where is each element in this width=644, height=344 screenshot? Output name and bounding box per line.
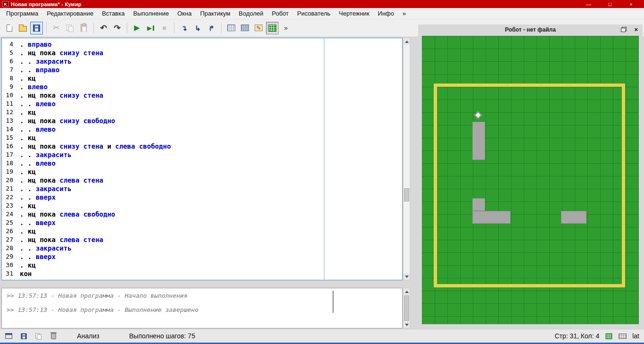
new-file-button[interactable]	[3, 22, 16, 34]
menu-item-11[interactable]: Инфо	[373, 8, 398, 18]
robot-field[interactable]	[422, 36, 639, 324]
menu-item-5[interactable]: Окна	[173, 8, 196, 18]
field-constructor-button[interactable]	[239, 22, 251, 34]
minimize-button[interactable]: —	[578, 0, 599, 8]
robot-window-button[interactable]	[266, 22, 279, 34]
field-window-button[interactable]	[225, 22, 238, 34]
save-log-icon[interactable]	[20, 331, 28, 341]
code-text: . нц пока снизу стена	[20, 91, 103, 100]
code-line: 24. нц пока слева свободно	[2, 210, 322, 218]
menubar: ПрограммаРедактированиеВставкаВыполнение…	[0, 8, 644, 19]
console-scroll-up-icon[interactable]	[404, 288, 410, 295]
code-text: . . вверх	[20, 193, 56, 201]
redo-button[interactable]: ↷	[111, 22, 124, 34]
code-text: кон	[20, 269, 32, 278]
console-scrollbar[interactable]	[403, 288, 410, 328]
code-text: . кц	[20, 227, 36, 235]
line-number: 27	[2, 235, 20, 244]
console-scroll-thumb[interactable]	[404, 295, 409, 321]
steps-counter: Выполнено шагов: 75	[129, 332, 195, 340]
toggle-console-icon[interactable]	[5, 331, 13, 341]
code-line: 26. кц	[2, 227, 322, 235]
menu-item-8[interactable]: Робот	[268, 8, 293, 18]
robot-panel-controls: ×	[621, 26, 638, 33]
panel-close-icon[interactable]: ×	[634, 26, 638, 33]
field-indicator-icon	[606, 333, 612, 339]
step-button[interactable]: ▶	[144, 22, 157, 34]
copy-button[interactable]	[64, 22, 76, 34]
code-line: 8. кц	[2, 74, 322, 83]
code-line: 31кон	[2, 269, 322, 278]
run-button[interactable]: ▶	[131, 22, 143, 34]
toggle-console-icon	[5, 333, 12, 339]
undock-icon[interactable]	[621, 27, 627, 32]
paste-button[interactable]	[77, 22, 90, 34]
code-text: . . вверх	[20, 218, 56, 227]
code-line: 29. . вверх	[2, 252, 322, 261]
menu-item-10[interactable]: Чертежник	[335, 8, 374, 18]
line-number: 5	[2, 49, 20, 57]
keyboard-icon[interactable]	[619, 334, 627, 339]
toolbar-overflow-button[interactable]: »	[280, 22, 292, 34]
clear-log-icon[interactable]	[50, 331, 58, 341]
content-area: ✂↶↷▶▶■↴↳↱✎» 4. вправо5. нц пока снизу ст…	[0, 19, 644, 329]
save-file-button[interactable]	[30, 22, 43, 34]
robot[interactable]	[474, 111, 482, 119]
menu-item-4[interactable]: Выполнение	[129, 8, 173, 18]
line-number: 7	[2, 66, 20, 74]
code-text: . нц пока снизу свободно	[20, 117, 115, 125]
stop-button[interactable]: ■	[158, 22, 171, 34]
menu-item-6[interactable]: Практикум	[196, 8, 234, 18]
menu-item-7[interactable]: Водолей	[234, 8, 267, 18]
code-editor[interactable]: 4. вправо5. нц пока снизу стена6. . закр…	[1, 38, 403, 280]
scroll-down-icon[interactable]	[404, 273, 410, 280]
editor-scrollbar[interactable]	[403, 38, 410, 280]
paste-icon	[81, 24, 87, 32]
line-number: 20	[2, 176, 20, 185]
menu-item-3[interactable]: Вставка	[98, 8, 129, 18]
line-number: 10	[2, 91, 20, 100]
line-number: 11	[2, 100, 20, 108]
code-line: 13. нц пока снизу свободно	[2, 117, 322, 125]
code-text: . нц пока снизу стена	[20, 49, 103, 57]
open-file-button[interactable]	[17, 22, 29, 34]
run-to-cursor-button[interactable]: ↴	[178, 22, 190, 34]
maximize-button[interactable]: □	[599, 0, 620, 8]
keyboard-layout-indicator[interactable]: lat	[632, 332, 639, 340]
line-number: 29	[2, 252, 20, 261]
copy-log-icon	[35, 333, 42, 339]
menu-item-12[interactable]: »	[398, 8, 410, 18]
step-out-icon: ↱	[208, 25, 215, 32]
painter-window-button[interactable]: ✎	[252, 22, 265, 34]
code-line: 15. кц	[2, 134, 322, 142]
code-text: . кц	[20, 74, 36, 83]
step-into-button[interactable]: ↳	[191, 22, 204, 34]
editor-scroll-thumb[interactable]	[404, 188, 409, 201]
close-button[interactable]: ×	[620, 0, 642, 8]
field-constructor-icon	[241, 25, 249, 31]
code-line: 23. кц	[2, 201, 322, 210]
cut-button[interactable]: ✂	[50, 22, 63, 34]
menu-item-1[interactable]: Программа	[2, 8, 42, 18]
copy-icon	[66, 24, 74, 32]
code-line: 12. кц	[2, 108, 322, 117]
line-number: 15	[2, 134, 20, 142]
console[interactable]: >> 13:57:13 - Новая программа - Начало в…	[1, 288, 403, 328]
window-title: Новая программа* - Кумир	[11, 1, 82, 7]
step-out-button[interactable]: ↱	[205, 22, 218, 34]
scroll-up-icon[interactable]	[404, 38, 410, 45]
undo-button[interactable]: ↶	[97, 22, 110, 34]
line-number: 23	[2, 201, 20, 210]
menu-item-2[interactable]: Редактирование	[42, 8, 98, 18]
console-line: >> 13:57:13 - Новая программа - Выполнен…	[7, 305, 402, 319]
menu-item-9[interactable]: Рисователь	[293, 8, 334, 18]
code-text: . кц	[20, 261, 36, 269]
copy-log-icon[interactable]	[34, 331, 42, 341]
toolbar-separator	[127, 23, 127, 33]
line-number: 30	[2, 261, 20, 269]
console-scroll-down-icon[interactable]	[404, 321, 410, 328]
code-line: 21. . закрасить	[2, 185, 322, 193]
toolbar-overflow-icon: »	[284, 25, 288, 31]
analysis-status: Анализ	[62, 332, 114, 340]
save-log-icon	[21, 333, 26, 339]
